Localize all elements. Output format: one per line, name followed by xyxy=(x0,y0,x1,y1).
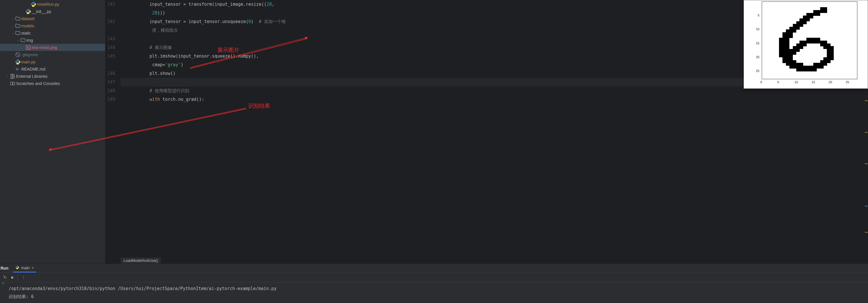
svg-rect-5 xyxy=(11,82,13,85)
plot-axes xyxy=(762,1,857,79)
py-icon xyxy=(25,9,31,14)
svg-rect-0 xyxy=(26,46,31,49)
tree-item-label: models xyxy=(21,24,34,28)
tree-item-scratches-and-consoles[interactable]: Scratches and Consoles xyxy=(0,80,105,87)
tree-item-label: Scratches and Consoles xyxy=(16,81,60,86)
tree-item--gitignore[interactable]: .gitignore xyxy=(0,51,105,58)
plot-window[interactable]: 5101520250510152025 xyxy=(744,0,868,89)
python-icon xyxy=(15,265,19,270)
tree-item-label: __init__.py xyxy=(32,9,51,14)
py-icon xyxy=(15,59,21,65)
tree-item-main-py[interactable]: main.py xyxy=(0,58,105,65)
close-icon[interactable]: × xyxy=(32,266,34,270)
tree-item-static[interactable]: ⌄static xyxy=(0,29,105,37)
tree-item-img[interactable]: ⌄img xyxy=(0,37,105,44)
tree-item-label: mnistRun.py xyxy=(37,2,59,7)
folder-icon xyxy=(15,30,21,36)
svg-point-1 xyxy=(27,47,28,47)
run-tab-label: main xyxy=(21,266,30,270)
scroll-up-icon[interactable]: ↑ xyxy=(2,266,4,270)
chevron-right-icon[interactable]: › xyxy=(10,24,15,28)
folder-icon xyxy=(15,23,21,29)
tree-item-label: static xyxy=(21,31,31,35)
more-icon[interactable]: ⋮ xyxy=(22,275,26,280)
run-toolbar[interactable]: ↻ ■ ⋮ xyxy=(0,272,868,282)
chevron-right-icon[interactable]: › xyxy=(5,74,10,78)
chevron-down-icon[interactable]: ⌄ xyxy=(10,31,15,35)
project-tree[interactable]: mnistRun.py__init__.py›dataset›models⌄st… xyxy=(0,0,105,264)
code-line[interactable]: with torch.no_grad(): xyxy=(121,95,862,104)
tree-item-mnistrun-py[interactable]: mnistRun.py xyxy=(0,1,105,8)
md-icon: M↓ xyxy=(15,67,21,71)
line-number-gutter: 141142143144145146147148149 xyxy=(105,0,121,264)
tree-item-label: .gitignore xyxy=(21,53,38,57)
py-icon xyxy=(31,1,36,7)
tree-item-dataset[interactable]: ›dataset xyxy=(0,15,105,22)
svg-rect-6 xyxy=(13,82,15,85)
svg-rect-3 xyxy=(11,74,12,78)
tree-item-__init__-py[interactable]: __init__.py xyxy=(0,8,105,15)
tree-item-external-libraries[interactable]: ›External Libraries xyxy=(0,72,105,80)
tree-item-label: img xyxy=(27,38,33,42)
console-output[interactable]: /opt/anaconda3/envs/pytorch310/bin/pytho… xyxy=(0,282,868,303)
scroll-down-icon[interactable]: ↓ xyxy=(2,273,4,278)
tree-item-label: main.py xyxy=(21,60,35,64)
tree-item-label: dataset xyxy=(21,17,35,21)
ignore-icon xyxy=(15,52,21,58)
tree-item-label: test-mnist.png xyxy=(32,45,57,50)
chevron-down-icon[interactable]: ⌄ xyxy=(16,38,20,42)
tree-item-label: README.md xyxy=(21,67,45,71)
tree-item-models[interactable]: ›models xyxy=(0,22,105,29)
soft-wrap-icon[interactable]: ↲ xyxy=(1,280,5,285)
breadcrumb[interactable]: LoadModelAndUse() xyxy=(121,257,161,264)
img-icon xyxy=(25,44,31,51)
stop-icon[interactable]: ■ xyxy=(11,275,13,280)
run-tool-window[interactable]: Run main × ↻ ■ ⋮ ↑ ↓ ↲ /opt/anaconda3/en… xyxy=(0,264,868,303)
tree-item-readme-md[interactable]: M↓README.md xyxy=(0,65,105,72)
svg-rect-4 xyxy=(12,74,13,78)
scratch-icon xyxy=(10,81,16,86)
tree-item-test-mnist-png[interactable]: test-mnist.png xyxy=(0,44,105,51)
lib-icon xyxy=(10,73,16,79)
folder-icon xyxy=(20,37,26,43)
chevron-right-icon[interactable]: › xyxy=(10,17,15,21)
tree-item-label: External Libraries xyxy=(16,74,48,79)
run-tab-main[interactable]: main × xyxy=(13,264,36,272)
folder-icon xyxy=(15,16,21,22)
